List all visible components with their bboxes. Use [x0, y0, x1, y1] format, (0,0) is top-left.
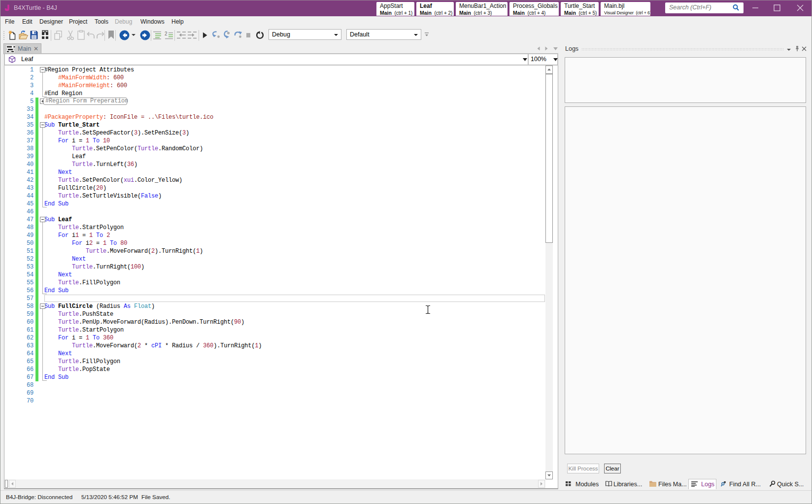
svg-text:2: 2 [165, 31, 168, 36]
